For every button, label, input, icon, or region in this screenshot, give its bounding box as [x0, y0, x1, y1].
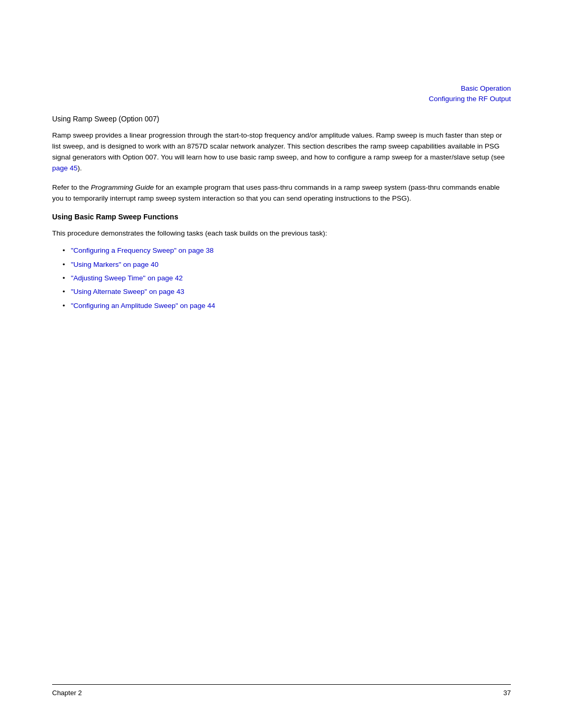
page45-link[interactable]: page 45 — [52, 164, 78, 172]
paragraph-1: Ramp sweep provides a linear progression… — [52, 130, 511, 174]
list-item: "Using Markers" on page 40 — [63, 259, 511, 270]
breadcrumb: Basic Operation Configuring the RF Outpu… — [429, 83, 511, 105]
list-item: "Using Alternate Sweep" on page 43 — [63, 286, 511, 298]
paragraph-1-end: ). — [78, 164, 82, 172]
procedure-intro: This procedure demonstrates the followin… — [52, 228, 511, 239]
list-item: "Configuring an Amplitude Sweep" on page… — [63, 300, 511, 312]
paragraph-1-text: Ramp sweep provides a linear progression… — [52, 131, 505, 161]
bullet-link-3[interactable]: "Adjusting Sweep Time" on page 42 — [71, 274, 182, 282]
bullet-link-5[interactable]: "Configuring an Amplitude Sweep" on page… — [71, 302, 215, 310]
paragraph-2: Refer to the Programming Guide for an ex… — [52, 182, 511, 204]
bullet-link-2[interactable]: "Using Markers" on page 40 — [71, 261, 158, 268]
bullet-list: "Configuring a Frequency Sweep" on page … — [52, 245, 511, 311]
programming-guide-italic: Programming Guide — [91, 183, 154, 191]
section-heading: Using Ramp Sweep (Option 007) — [52, 115, 511, 123]
footer-chapter-label: Chapter 2 — [52, 689, 82, 697]
breadcrumb-line1[interactable]: Basic Operation — [429, 83, 511, 94]
bullet-link-4[interactable]: "Using Alternate Sweep" on page 43 — [71, 288, 184, 295]
footer-page-number: 37 — [504, 689, 511, 697]
list-item: "Adjusting Sweep Time" on page 42 — [63, 273, 511, 284]
content-area: Using Ramp Sweep (Option 007) Ramp sweep… — [52, 115, 511, 320]
page-container: Basic Operation Configuring the RF Outpu… — [0, 0, 563, 728]
footer-bar: Chapter 2 37 — [52, 684, 511, 697]
breadcrumb-line2[interactable]: Configuring the RF Output — [429, 94, 511, 104]
paragraph-2-before-italic: Refer to the — [52, 183, 91, 191]
bullet-link-1[interactable]: "Configuring a Frequency Sweep" on page … — [71, 246, 214, 254]
subheading: Using Basic Ramp Sweep Functions — [52, 213, 511, 221]
list-item: "Configuring a Frequency Sweep" on page … — [63, 245, 511, 256]
